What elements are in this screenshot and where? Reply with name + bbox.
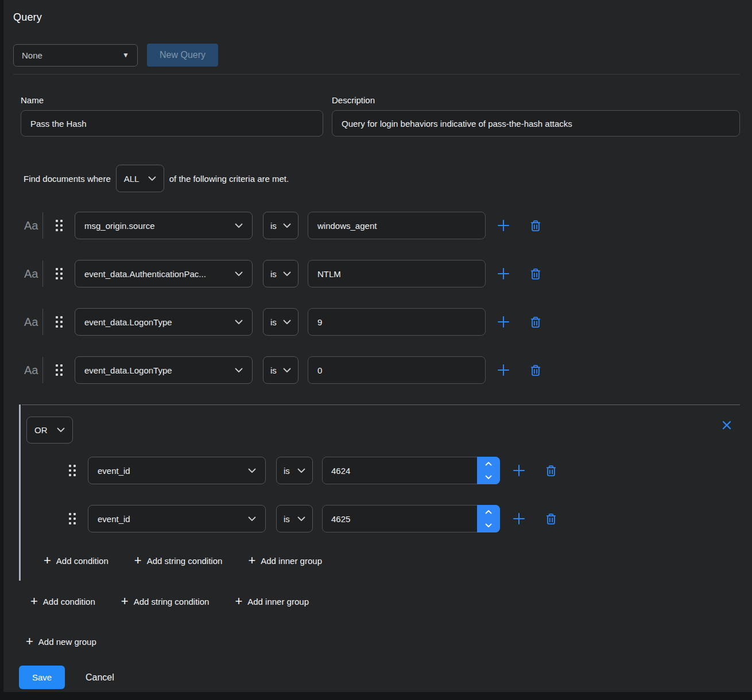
value-input[interactable]: windows_agent xyxy=(308,212,486,239)
plus-icon: + xyxy=(134,554,142,567)
group-actions: + Add condition + Add string condition +… xyxy=(44,554,740,567)
group-conditions-list: event_id is 4624 xyxy=(21,457,740,532)
delete-condition-button[interactable] xyxy=(528,266,543,281)
drag-handle-icon[interactable] xyxy=(56,364,63,376)
operator-select[interactable]: is xyxy=(263,308,299,336)
saved-query-select[interactable]: None ▼ xyxy=(13,44,138,67)
operator-select[interactable]: is xyxy=(276,457,313,484)
page-title: Query xyxy=(13,11,740,24)
description-input[interactable]: Query for login behaviors indicative of … xyxy=(332,110,740,137)
name-input[interactable]: Pass the Hash xyxy=(21,110,323,137)
operator-select-value: is xyxy=(270,317,277,327)
plus-icon: + xyxy=(26,635,33,648)
action-link-add-string-condition[interactable]: + Add string condition xyxy=(121,595,210,608)
chevron-down-icon xyxy=(235,320,243,325)
spinner-up-button[interactable] xyxy=(477,505,500,519)
action-link-add-inner-group[interactable]: + Add inner group xyxy=(235,595,309,608)
delete-condition-button[interactable] xyxy=(544,463,559,478)
field-select[interactable]: msg_origin.source xyxy=(75,212,253,239)
string-type-icon: Aa xyxy=(24,267,40,281)
spinner-down-button[interactable] xyxy=(477,470,500,484)
field-select[interactable]: event_data.LogonType xyxy=(75,356,253,384)
action-link-add-condition[interactable]: + Add condition xyxy=(30,595,95,608)
spinner-down-button[interactable] xyxy=(477,519,500,532)
trash-icon xyxy=(530,316,541,328)
value-text: windows_agent xyxy=(317,221,377,231)
group-top-divider xyxy=(22,405,740,405)
chevron-down-icon xyxy=(283,320,291,325)
plus-icon xyxy=(497,267,510,281)
field-select[interactable]: event_data.AuthenticationPac... xyxy=(75,260,253,287)
trash-icon xyxy=(530,364,541,376)
action-link-label: Add condition xyxy=(56,556,108,566)
action-link-add-condition[interactable]: + Add condition xyxy=(44,554,108,567)
plus-icon xyxy=(512,512,526,526)
chevron-down-icon xyxy=(148,176,156,181)
delete-condition-button[interactable] xyxy=(544,511,559,526)
chevron-down-icon xyxy=(485,523,492,528)
field-select[interactable]: event_id xyxy=(88,505,266,532)
field-select[interactable]: event_id xyxy=(88,457,266,484)
add-condition-button[interactable] xyxy=(496,314,511,329)
drag-handle-icon[interactable] xyxy=(69,465,76,476)
chevron-down-icon xyxy=(57,427,65,433)
group-condition-row: event_id is 4624 xyxy=(21,457,740,484)
value-input[interactable]: 9 xyxy=(308,308,486,336)
add-condition-button[interactable] xyxy=(511,511,526,526)
delete-condition-button[interactable] xyxy=(528,314,543,329)
action-link-add-inner-group[interactable]: + Add inner group xyxy=(248,554,322,567)
condition-row: Aa event_data.LogonType is 0 xyxy=(13,356,740,384)
operator-select[interactable]: is xyxy=(263,260,299,287)
drag-handle-icon[interactable] xyxy=(56,268,63,279)
operator-select-value: is xyxy=(270,269,277,279)
section-divider xyxy=(13,74,740,75)
save-button[interactable]: Save xyxy=(19,666,65,689)
row-divider xyxy=(42,357,43,383)
value-input[interactable]: 0 xyxy=(308,356,486,384)
operator-select-value: is xyxy=(284,466,290,476)
action-link-label: Add inner group xyxy=(247,597,309,606)
outer-actions: + Add condition + Add string condition +… xyxy=(30,595,740,608)
operator-select[interactable]: is xyxy=(263,356,299,384)
plus-icon xyxy=(497,219,510,232)
match-operator-select[interactable]: ALL xyxy=(116,165,164,192)
cancel-button[interactable]: Cancel xyxy=(86,672,114,683)
plus-icon: + xyxy=(248,554,255,567)
number-value-input[interactable]: 4625 xyxy=(322,505,500,532)
caret-down-icon: ▼ xyxy=(122,51,129,59)
new-query-button[interactable]: New Query xyxy=(147,44,218,67)
field-select[interactable]: event_data.LogonType xyxy=(75,308,253,336)
remove-group-button[interactable] xyxy=(719,418,734,433)
field-select-value: event_data.AuthenticationPac... xyxy=(84,269,206,279)
number-value-input[interactable]: 4624 xyxy=(322,457,500,484)
footer-actions: Save Cancel xyxy=(19,666,740,689)
chevron-up-icon xyxy=(485,510,492,514)
drag-handle-icon[interactable] xyxy=(56,220,63,231)
operator-select[interactable]: is xyxy=(263,212,299,239)
drag-handle-icon[interactable] xyxy=(56,316,63,328)
add-condition-button[interactable] xyxy=(496,218,511,233)
delete-condition-button[interactable] xyxy=(528,218,543,233)
add-condition-button[interactable] xyxy=(496,363,511,378)
action-link-add-string-condition[interactable]: + Add string condition xyxy=(134,554,223,567)
operator-select[interactable]: is xyxy=(276,505,313,532)
add-new-group-label: Add new group xyxy=(38,637,96,647)
group-operator-select[interactable]: OR xyxy=(26,417,73,444)
field-select-value: event_id xyxy=(98,514,130,524)
row-divider xyxy=(42,212,43,239)
fields-row: Name Pass the Hash Description Query for… xyxy=(21,95,740,137)
drag-handle-icon[interactable] xyxy=(69,513,76,524)
delete-condition-button[interactable] xyxy=(528,363,543,378)
add-new-group-link[interactable]: + Add new group xyxy=(26,635,96,648)
plus-icon xyxy=(497,363,510,377)
name-input-value: Pass the Hash xyxy=(30,119,87,129)
plus-icon xyxy=(497,315,510,329)
row-divider xyxy=(42,260,43,287)
spinner-up-button[interactable] xyxy=(477,457,500,470)
trash-icon xyxy=(545,513,557,525)
value-input[interactable]: NTLM xyxy=(308,260,486,287)
add-condition-button[interactable] xyxy=(496,266,511,281)
conditions-list: Aa msg_origin.source is windows_agent Aa… xyxy=(13,212,740,384)
name-label: Name xyxy=(21,95,323,105)
add-condition-button[interactable] xyxy=(511,463,526,478)
